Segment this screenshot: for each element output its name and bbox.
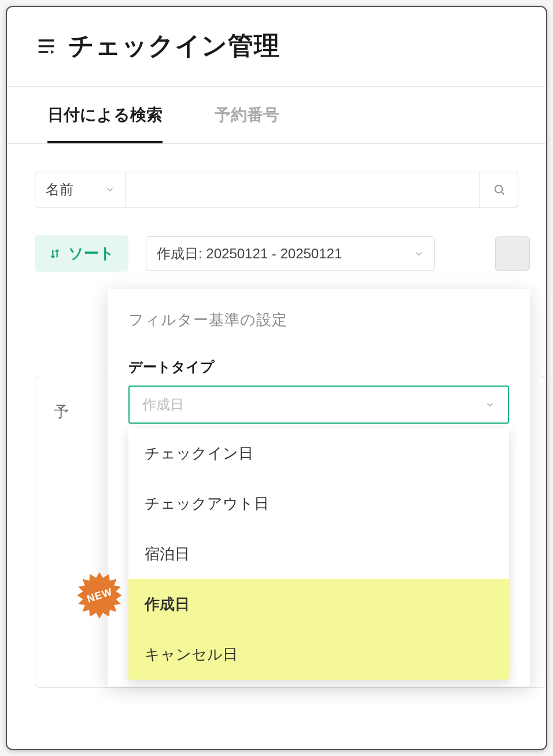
filter-panel: フィルター基準の設定 デートタイプ 作成日 チェックイン日 チェックアウト日 宿… xyxy=(108,289,530,687)
window: チェックイン管理 日付による検索 予約番号 名前 ソート 作成日: 202501… xyxy=(6,6,547,750)
search-text-input[interactable] xyxy=(126,172,480,207)
option-created-date[interactable]: 作成日 xyxy=(128,579,509,629)
sort-icon xyxy=(49,247,61,260)
new-badge: NEW xyxy=(75,571,124,620)
option-checkin-date[interactable]: チェックイン日 xyxy=(128,428,509,479)
search-field-value: 名前 xyxy=(46,180,73,199)
sort-button[interactable]: ソート xyxy=(35,235,128,272)
date-type-value: 作成日 xyxy=(142,395,184,414)
chevron-down-icon xyxy=(485,399,495,410)
page-title: チェックイン管理 xyxy=(68,29,280,63)
tab-date-search[interactable]: 日付による検索 xyxy=(47,87,163,143)
date-type-dropdown: チェックイン日 チェックアウト日 宿泊日 作成日 キャンセル日 xyxy=(128,428,509,680)
checkin-list-icon xyxy=(35,35,58,58)
option-checkout-date[interactable]: チェックアウト日 xyxy=(128,479,509,529)
svg-line-4 xyxy=(502,192,504,194)
search-tabs: 日付による検索 予約番号 xyxy=(7,87,546,144)
search-button[interactable] xyxy=(480,172,518,207)
option-stay-date[interactable]: 宿泊日 xyxy=(128,529,509,579)
date-filter-value: 作成日: 20250121 - 20250121 xyxy=(157,244,342,263)
date-type-select[interactable]: 作成日 xyxy=(128,386,509,424)
sort-label: ソート xyxy=(68,243,115,264)
tab-reservation-number[interactable]: 予約番号 xyxy=(215,87,279,143)
search-row: 名前 xyxy=(7,144,546,207)
svg-point-3 xyxy=(495,186,502,193)
search-icon xyxy=(493,183,506,196)
chevron-down-icon xyxy=(105,184,115,195)
column-reservation: 予 xyxy=(54,402,69,422)
date-type-label: デートタイプ xyxy=(128,358,509,376)
search-field-select[interactable]: 名前 xyxy=(35,172,126,207)
date-filter-select[interactable]: 作成日: 20250121 - 20250121 xyxy=(146,236,435,271)
filter-panel-title: フィルター基準の設定 xyxy=(128,310,509,330)
toolbar-extra-button[interactable] xyxy=(495,236,530,271)
option-cancel-date[interactable]: キャンセル日 xyxy=(128,629,509,680)
chevron-down-icon xyxy=(414,249,424,259)
toolbar: ソート 作成日: 20250121 - 20250121 xyxy=(7,207,546,289)
page-header: チェックイン管理 xyxy=(7,7,546,87)
